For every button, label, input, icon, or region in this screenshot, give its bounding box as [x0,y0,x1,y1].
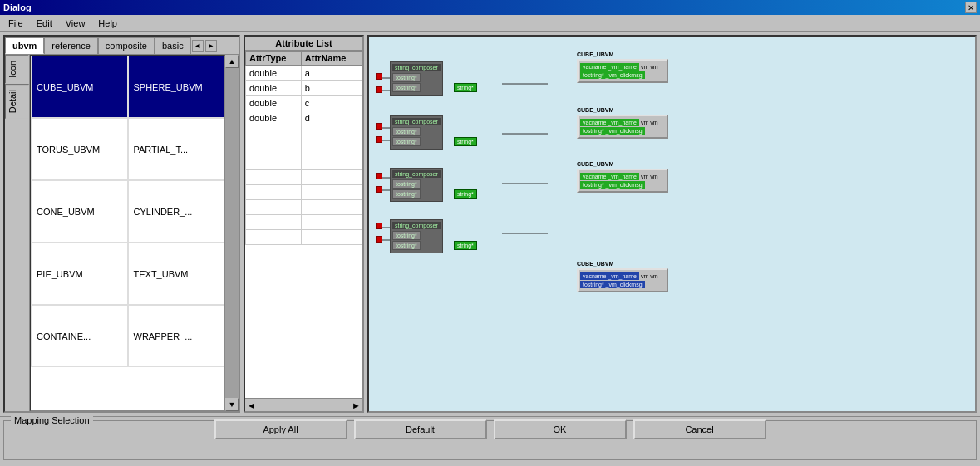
comp-input: tostring* [392,73,421,82]
comp-input: tostring* [392,137,421,146]
string-composer-node-2: string_composer tostring* tostring* stri… [390,115,443,150]
string-composer-node-3: string_composer tostring* tostring* stri… [390,168,443,202]
ok-button[interactable]: OK [494,419,627,439]
cancel-button[interactable]: Cancel [633,419,766,439]
icon-button[interactable]: Icon [5,55,29,84]
canvas-area: string_composer tostring* tostring* stri… [367,35,977,413]
cube-node-2: CUBE_UBVM vacname _vm_name vm vm tostrin… [577,107,668,139]
table-row: double d [246,110,362,125]
list-item[interactable]: CUBE_UBVM [31,56,128,118]
attr-type-cell: double [246,110,302,125]
attr-name-cell: d [301,110,362,125]
scroll-down-button[interactable]: ▼ [225,398,239,411]
input-port [376,223,382,229]
attr-scroll-left[interactable]: ◄ [247,400,256,410]
comp-output: string* [454,137,477,146]
table-row: double a [246,66,362,81]
cube-node-3: CUBE_UBVM vacname _vm_name vm vm tostrin… [577,161,668,193]
table-row [246,185,362,200]
attr-name-cell: b [301,81,362,96]
apply-all-button[interactable]: Apply All [214,419,347,439]
table-row [246,200,362,215]
input-port [376,136,382,143]
table-row [246,230,362,245]
vm-name-field: vacname _vm_name [580,63,639,71]
dialog-title: Dialog [3,2,32,12]
table-row [246,155,362,170]
list-item[interactable]: WRAPPER_... [128,305,225,367]
attr-col-type: AttrType [246,52,302,66]
cube-node-4: CUBE_UBVM vacname _vm_name vm vm tostrin… [577,261,668,292]
node-title-3: string_composer [392,170,441,178]
attr-type-cell: double [246,96,302,110]
list-item[interactable]: TORUS_UBVM [31,118,128,180]
title-bar: Dialog ✕ [0,0,980,15]
comp-input: tostring* [392,189,421,199]
input-port [376,173,382,179]
list-scrollbar[interactable]: ▲ ▼ [225,55,239,411]
scroll-track[interactable] [225,68,239,398]
attr-col-name: AttrName [301,52,362,66]
default-button[interactable]: Default [354,419,487,439]
tab-composite[interactable]: composite [98,37,155,54]
input-port [376,73,382,80]
vm-name-field: vacname _vm_name [580,272,639,280]
list-item[interactable]: PARTIAL_T... [128,118,225,180]
comp-input: tostring* [392,83,421,92]
list-item[interactable]: CONTAINE... [31,305,128,367]
list-item[interactable]: CYLINDER_... [128,180,225,243]
left-panel-body: Icon Detail CUBE_UBVM SPHERE_UBVM TORUS_… [5,55,239,411]
list-item[interactable]: PIE_UBVM [31,243,128,305]
close-button[interactable]: ✕ [965,2,977,13]
node-title-1: string_composer [392,64,441,71]
list-item[interactable]: CONE_UBVM [31,180,128,243]
attr-scroll-right[interactable]: ► [352,400,361,410]
attr-panel: Attribute List AttrType AttrName double … [244,35,364,413]
menu-file[interactable]: File [5,17,27,29]
table-row [246,215,362,230]
vm-click-field: tostring* _vm_clickmsg [580,71,645,79]
table-row [246,170,362,185]
comp-input: tostring* [392,241,421,250]
list-item[interactable]: TEXT_UBVM [128,243,225,305]
tab-basic[interactable]: basic [155,37,191,54]
attr-name-cell: c [301,96,362,110]
table-row [246,125,362,140]
table-row [246,140,362,155]
tab-ubvm[interactable]: ubvm [5,37,44,54]
menu-bar: File Edit View Help [0,15,980,32]
tab-prev-button[interactable]: ◄ [192,40,204,52]
tab-reference[interactable]: reference [44,37,97,54]
table-row: double c [246,96,362,110]
attr-panel-title: Attribute List [245,37,362,51]
vm-click-field: tostring* _vm_clickmsg [580,281,645,288]
vm-click-field: tostring* _vm_clickmsg [580,181,645,189]
vm-click-field: tostring* _vm_clickmsg [580,127,645,135]
detail-button[interactable]: Detail [5,84,29,119]
scroll-up-button[interactable]: ▲ [225,55,239,68]
string-composer-node-1: string_composer tostring* tostring* stri… [390,61,443,96]
comp-output: string* [454,189,477,199]
menu-help[interactable]: Help [95,17,121,29]
vm-name-field: vacname _vm_name [580,173,639,180]
input-port [376,236,382,243]
input-port [376,186,382,193]
node-title-2: string_composer [392,118,441,125]
main-content: ubvm reference composite basic ◄ ► Icon … [0,32,980,416]
attr-table: AttrType AttrName double a double b doub… [245,51,362,245]
attr-scrollbar[interactable]: ◄ ► [245,398,362,411]
node-title-4: string_composer [392,222,441,229]
list-item[interactable]: SPHERE_UBVM [128,56,225,118]
comp-input: tostring* [392,179,421,189]
tabs-row: ubvm reference composite basic ◄ ► [5,37,239,55]
list-area[interactable]: CUBE_UBVM SPHERE_UBVM TORUS_UBVM PARTIAL… [30,55,225,411]
menu-view[interactable]: View [62,17,89,29]
side-buttons: Icon Detail [5,55,30,411]
comp-input: tostring* [392,127,421,136]
comp-input: tostring* [392,231,421,240]
mapping-selection-group: Mapping Selection Apply All Default OK C… [3,420,977,460]
menu-edit[interactable]: Edit [33,17,56,29]
tab-next-button[interactable]: ► [205,40,217,52]
attr-type-cell: double [246,66,302,81]
cube-node-1: CUBE_UBVM vacname _vm_name vm vm tostrin… [577,52,668,83]
